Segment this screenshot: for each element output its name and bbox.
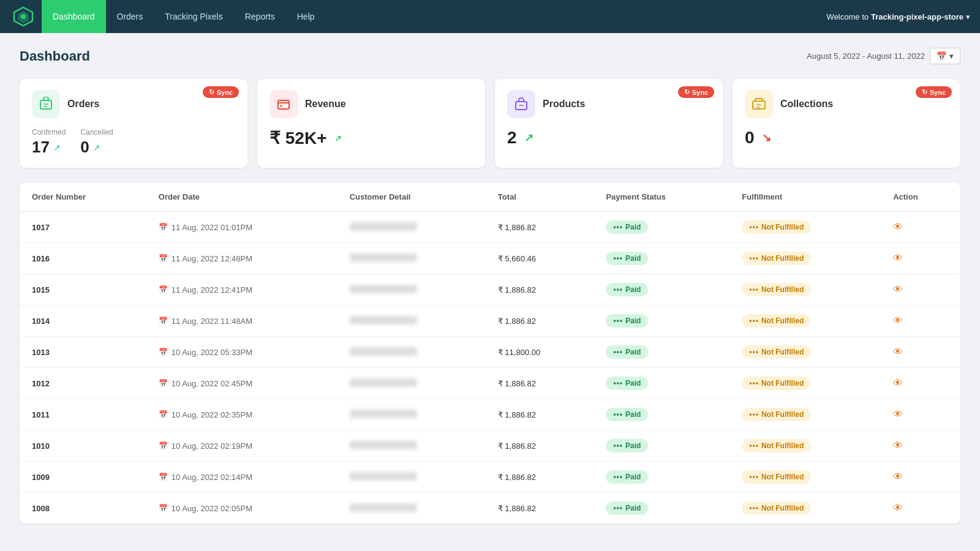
customer-detail	[337, 462, 486, 493]
cancelled-metric: Cancelled 0 ↗	[80, 128, 113, 157]
products-trend-icon: ↗	[524, 131, 533, 144]
svg-rect-3	[40, 100, 51, 109]
order-date: 📅 10 Aug, 2022 02:35PM	[146, 399, 337, 430]
table-row: 1017 📅 11 Aug, 2022 01:01PM ₹ 1,886.82 •…	[20, 212, 960, 243]
table-row: 1009 📅 10 Aug, 2022 02:14PM ₹ 1,886.82 •…	[20, 462, 960, 493]
calendar-icon: 📅	[159, 254, 168, 263]
payment-status: ••• Paid	[594, 399, 729, 430]
not-fulfilled-badge: ••• Not Fulfilled	[742, 501, 811, 515]
payment-status: ••• Paid	[594, 274, 729, 305]
view-order-button[interactable]: 👁	[893, 471, 903, 482]
paid-badge: ••• Paid	[606, 439, 648, 452]
main-content: Dashboard August 5, 2022 - August 11, 20…	[0, 33, 980, 538]
page-header: Dashboard August 5, 2022 - August 11, 20…	[20, 48, 960, 64]
confirmed-trend-icon: ↗	[53, 143, 61, 152]
order-total: ₹ 1,886.82	[486, 368, 594, 399]
payment-status: ••• Paid	[594, 462, 729, 493]
products-sync-button[interactable]: ↻ Sync	[678, 86, 714, 98]
order-number: 1012	[20, 368, 146, 399]
order-date: 📅 11 Aug, 2022 11:48AM	[146, 305, 337, 337]
customer-name-blurred	[350, 253, 417, 262]
navbar: Dashboard Orders Tracking Pixels Reports…	[0, 0, 980, 33]
order-number: 1016	[20, 243, 146, 274]
col-order-date: Order Date	[146, 182, 337, 212]
svg-point-5	[281, 105, 282, 107]
view-order-button[interactable]: 👁	[893, 378, 903, 388]
svg-rect-4	[278, 100, 289, 109]
collections-card-title: Collections	[780, 99, 833, 110]
date-picker-button[interactable]: 📅 ▾	[930, 48, 960, 64]
action-cell: 👁	[881, 368, 960, 399]
fulfillment-status: ••• Not Fulfilled	[729, 368, 881, 399]
confirmed-metric: Confirmed 17 ↗	[32, 128, 66, 157]
col-fulfillment: Fulfillment	[729, 182, 881, 212]
fulfillment-status: ••• Not Fulfilled	[729, 212, 881, 243]
customer-detail	[337, 337, 486, 368]
customer-name-blurred	[350, 285, 417, 293]
svg-point-2	[21, 14, 26, 19]
view-order-button[interactable]: 👁	[893, 284, 903, 294]
products-icon	[507, 90, 535, 118]
summary-cards: ↻ Sync Orders Confirmed 17	[20, 79, 960, 168]
calendar-icon: 📅	[159, 379, 168, 388]
paid-badge: ••• Paid	[606, 501, 648, 515]
welcome-message: Welcome to Tracking-pixel-app-store ▾	[827, 12, 970, 21]
table-header-row: Order Number Order Date Customer Detail …	[20, 182, 960, 212]
table-row: 1012 📅 10 Aug, 2022 02:45PM ₹ 1,886.82 •…	[20, 368, 960, 399]
logo[interactable]	[10, 3, 37, 30]
nav-dashboard[interactable]: Dashboard	[42, 0, 106, 33]
collections-sync-button[interactable]: ↻ Sync	[916, 86, 952, 98]
cancelled-trend-icon: ↗	[93, 143, 100, 152]
nav-tracking-pixels[interactable]: Tracking Pixels	[154, 0, 233, 33]
order-number: 1017	[20, 212, 146, 243]
customer-name-blurred	[350, 472, 417, 481]
calendar-icon: 📅	[937, 51, 947, 61]
not-fulfilled-badge: ••• Not Fulfilled	[742, 314, 811, 328]
products-card: ↻ Sync Products 2 ↗	[495, 79, 723, 168]
view-order-button[interactable]: 👁	[893, 440, 903, 451]
view-order-button[interactable]: 👁	[893, 503, 903, 513]
order-date: 📅 10 Aug, 2022 02:45PM	[146, 368, 337, 399]
orders-sync-button[interactable]: ↻ Sync	[203, 86, 239, 98]
col-order-number: Order Number	[20, 182, 146, 212]
customer-detail	[337, 212, 486, 243]
products-value: 2 ↗	[507, 128, 710, 148]
calendar-icon: 📅	[159, 441, 168, 450]
payment-status: ••• Paid	[594, 305, 729, 337]
view-order-button[interactable]: 👁	[893, 253, 903, 263]
date-range: August 5, 2022 - August 11, 2022 📅 ▾	[807, 48, 960, 64]
fulfillment-status: ••• Not Fulfilled	[729, 305, 881, 337]
customer-name-blurred	[350, 316, 417, 324]
action-cell: 👁	[881, 274, 960, 305]
customer-detail	[337, 305, 486, 337]
order-number: 1011	[20, 399, 146, 430]
payment-status: ••• Paid	[594, 430, 729, 462]
order-number: 1014	[20, 305, 146, 337]
table-row: 1011 📅 10 Aug, 2022 02:35PM ₹ 1,886.82 •…	[20, 399, 960, 430]
revenue-card-header: Revenue	[270, 90, 473, 118]
nav-orders[interactable]: Orders	[106, 0, 154, 33]
paid-badge: ••• Paid	[606, 470, 648, 484]
sync-icon: ↻	[209, 88, 214, 96]
col-customer-detail: Customer Detail	[337, 182, 486, 212]
action-cell: 👁	[881, 337, 960, 368]
calendar-icon: 📅	[159, 348, 168, 356]
customer-detail	[337, 399, 486, 430]
order-date: 📅 10 Aug, 2022 02:19PM	[146, 430, 337, 462]
paid-badge: ••• Paid	[606, 345, 648, 359]
nav-help[interactable]: Help	[286, 0, 326, 33]
col-payment-status: Payment Status	[594, 182, 729, 212]
view-order-button[interactable]: 👁	[893, 315, 903, 326]
order-total: ₹ 11,800.00	[486, 337, 594, 368]
fulfillment-status: ••• Not Fulfilled	[729, 493, 881, 524]
collections-icon	[745, 90, 773, 118]
table-row: 1010 📅 10 Aug, 2022 02:19PM ₹ 1,886.82 •…	[20, 430, 960, 462]
customer-detail	[337, 493, 486, 524]
action-cell: 👁	[881, 399, 960, 430]
view-order-button[interactable]: 👁	[893, 347, 903, 357]
view-order-button[interactable]: 👁	[893, 409, 903, 419]
nav-reports[interactable]: Reports	[234, 0, 286, 33]
revenue-value: ₹ 52K+ ↗	[270, 128, 473, 148]
calendar-icon: 📅	[159, 410, 168, 419]
view-order-button[interactable]: 👁	[893, 222, 903, 232]
